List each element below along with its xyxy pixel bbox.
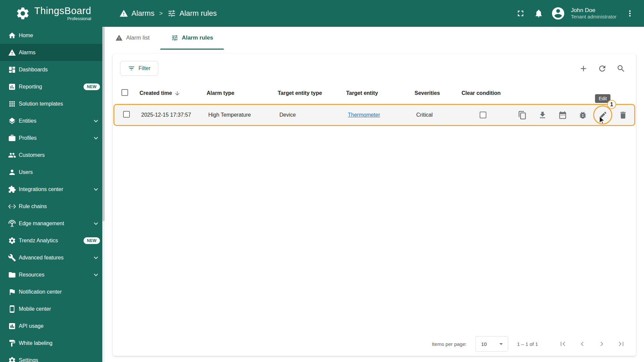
filter-button[interactable]: Filter <box>120 61 158 76</box>
schedule-button[interactable] <box>556 108 569 122</box>
sidebar-item-rule-chains[interactable]: Rule chains <box>0 198 105 215</box>
add-icon <box>579 64 588 73</box>
copy-alarm-rule-button[interactable] <box>516 108 529 122</box>
edge-management-icon <box>8 220 16 228</box>
warning-icon <box>119 9 128 18</box>
page-size-select[interactable]: 10 <box>475 336 508 352</box>
user-menu-button[interactable] <box>622 5 638 21</box>
user-role: Tenant administrator <box>571 14 616 20</box>
cell-target-entity-type: Device <box>274 112 342 118</box>
column-header-alarm-type[interactable]: Alarm type <box>201 90 272 96</box>
copy-icon <box>518 111 527 120</box>
select-all-checkbox[interactable] <box>121 89 128 96</box>
column-header-target-entity-type[interactable]: Target entity type <box>272 90 341 96</box>
row-actions: Edit 1 <box>508 108 634 122</box>
entities-icon <box>8 117 16 125</box>
sidebar-item-reporting[interactable]: Reporting NEW <box>0 78 105 95</box>
breadcrumb-alarms[interactable]: Alarms <box>119 9 154 18</box>
sidebar-scrollbar-thumb[interactable] <box>102 27 105 221</box>
fullscreen-button[interactable] <box>513 5 529 21</box>
clear-condition-checkbox[interactable] <box>480 112 486 118</box>
debug-icon <box>578 111 587 120</box>
tab-alarm-list[interactable]: Alarm list <box>105 27 160 50</box>
last-page-button[interactable] <box>614 337 629 351</box>
tune-icon <box>171 34 178 42</box>
notification-center-icon <box>8 288 16 296</box>
sidebar-item-edge-management[interactable]: Edge management <box>0 215 105 232</box>
delete-icon <box>619 111 628 120</box>
app-name: ThingsBoard <box>34 6 91 16</box>
chevron-down-icon <box>92 271 100 279</box>
tab-alarm-rules[interactable]: Alarm rules <box>160 27 224 50</box>
more-vert-icon <box>625 9 635 18</box>
page-size-value: 10 <box>481 341 487 347</box>
download-icon <box>538 111 547 120</box>
next-page-button[interactable] <box>594 337 609 351</box>
tab-bar: Alarm list Alarm rules <box>105 27 644 50</box>
refresh-icon <box>598 64 607 73</box>
sidebar-item-white-labeling[interactable]: White labeling <box>0 335 105 352</box>
table-row[interactable]: 2025-12-15 17:37:57 High Temperature Dev… <box>113 104 635 126</box>
search-button[interactable] <box>613 61 629 76</box>
sidebar-item-integrations-center[interactable]: Integrations center <box>0 181 105 198</box>
sidebar-item-entities[interactable]: Entities <box>0 112 105 129</box>
previous-page-button[interactable] <box>575 337 590 351</box>
table-empty-area <box>113 126 636 332</box>
export-alarm-rule-button[interactable] <box>536 108 549 122</box>
app-logo[interactable]: ThingsBoard Professional <box>0 6 105 21</box>
edit-action-wrap: Edit 1 <box>596 108 609 122</box>
first-page-icon <box>558 340 567 348</box>
edit-button[interactable] <box>596 108 609 122</box>
target-entity-link[interactable]: Thermometer <box>348 112 380 118</box>
mobile-center-icon <box>8 305 16 313</box>
sidebar-item-resources[interactable]: Resources <box>0 266 105 283</box>
chevron-down-icon <box>92 117 100 125</box>
sidebar-item-notification-center[interactable]: Notification center <box>0 283 105 300</box>
page-range-label: 1 – 1 of 1 <box>517 341 538 347</box>
sort-desc-icon <box>174 90 180 97</box>
row-checkbox[interactable] <box>123 111 130 118</box>
sidebar-item-mobile-center[interactable]: Mobile center <box>0 300 105 317</box>
first-page-button[interactable] <box>555 337 570 351</box>
add-alarm-rule-button[interactable] <box>576 61 591 76</box>
delete-button[interactable] <box>616 108 630 122</box>
breadcrumb-alarm-rules[interactable]: Alarm rules <box>167 9 217 18</box>
breadcrumb-alarm-rules-label: Alarm rules <box>179 9 217 18</box>
breadcrumb-separator: > <box>158 10 163 17</box>
refresh-button[interactable] <box>594 61 610 76</box>
sidebar-item-api-usage[interactable]: API usage <box>0 317 105 335</box>
trendz-analytics-icon <box>8 237 16 245</box>
sidebar-item-solution-templates[interactable]: Solution templates <box>0 95 105 112</box>
cell-alarm-type: High Temperature <box>203 112 274 118</box>
cell-created-time: 2025-12-15 17:37:57 <box>136 112 203 118</box>
sidebar-scrollbar[interactable] <box>102 27 105 362</box>
column-header-severities[interactable]: Severities <box>409 90 456 96</box>
sidebar-item-trendz-analytics[interactable]: Trendz Analytics NEW <box>0 232 105 249</box>
debug-button[interactable] <box>576 108 589 122</box>
column-header-clear-condition[interactable]: Clear condition <box>456 90 506 96</box>
edit-icon <box>598 111 607 120</box>
sidebar-item-dashboards[interactable]: Dashboards <box>0 61 105 78</box>
column-header-target-entity[interactable]: Target entity <box>341 90 409 96</box>
notifications-button[interactable] <box>531 5 547 21</box>
sidebar-item-advanced-features[interactable]: Advanced features <box>0 249 105 266</box>
column-header-created-time[interactable]: Created time <box>134 90 201 97</box>
sidebar-item-alarms[interactable]: Alarms <box>0 44 105 61</box>
app-edition: Professional <box>67 16 91 21</box>
sidebar-item-profiles[interactable]: Profiles <box>0 129 105 146</box>
dashboards-icon <box>8 66 16 74</box>
reporting-icon <box>8 83 16 91</box>
chevron-down-icon <box>92 185 100 193</box>
sidebar-item-users[interactable]: Users <box>0 164 105 181</box>
avatar-icon[interactable] <box>551 6 566 21</box>
solution-templates-icon <box>8 100 16 108</box>
profiles-icon <box>8 134 16 142</box>
home-icon <box>8 32 16 40</box>
sidebar-item-settings[interactable]: Settings <box>0 352 105 362</box>
sidebar-item-customers[interactable]: Customers <box>0 146 105 164</box>
table-header-row: Created time Alarm type Target entity ty… <box>113 83 636 103</box>
sidebar-item-home[interactable]: Home <box>0 27 105 44</box>
tune-icon <box>167 9 176 18</box>
app-root: ThingsBoard Professional Alarms > Alarm … <box>0 0 644 362</box>
thingsboard-logo-icon <box>15 6 30 21</box>
